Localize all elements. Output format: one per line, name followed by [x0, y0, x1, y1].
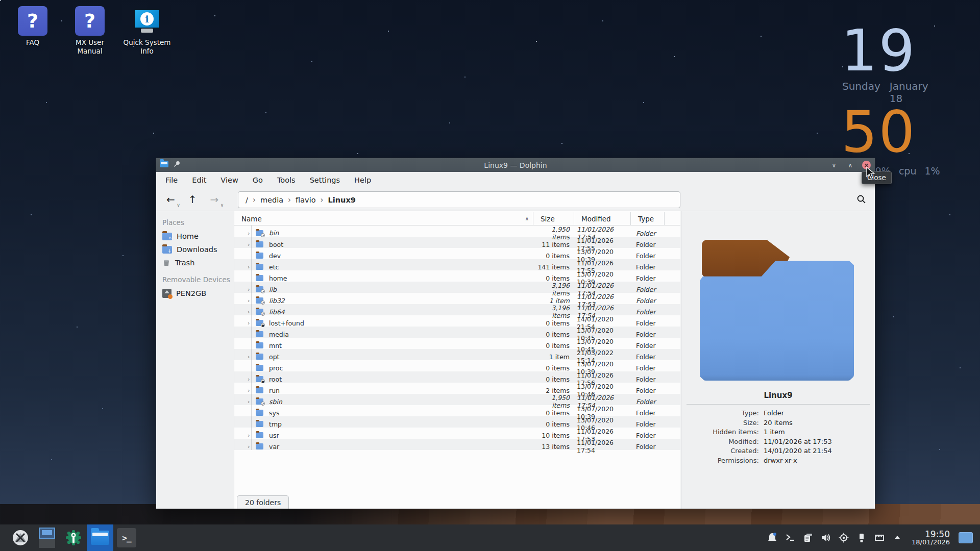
- desktop-icon-label: Quick System Info: [121, 38, 173, 56]
- up-button[interactable]: ↑: [185, 192, 200, 207]
- brightness-icon[interactable]: [837, 531, 850, 544]
- file-row[interactable]: ›↗sbin1,950 items11/01/2026 17:54Folder: [234, 394, 680, 405]
- mouse-cursor: [866, 167, 877, 180]
- file-row[interactable]: ›etc141 items11/01/2026 17:55Folder: [234, 259, 680, 270]
- terminal-launcher[interactable]: >_: [113, 524, 140, 551]
- expand-arrow-icon[interactable]: ›: [248, 320, 256, 327]
- file-row[interactable]: ›boot11 items11/01/2026 17:55Folder: [234, 237, 680, 248]
- chevron-right-icon: ›: [253, 195, 256, 205]
- column-header-type[interactable]: Type: [631, 212, 665, 225]
- column-header-name[interactable]: Name ∧: [234, 212, 533, 225]
- detail-label: Permissions:: [681, 457, 759, 464]
- forward-dropdown-icon[interactable]: ∨: [220, 203, 224, 208]
- titlebar[interactable]: Linux9 — Dolphin ∨ ∧ ×: [156, 158, 875, 172]
- desktop-icon-mx-user-manual[interactable]: ?MX User Manual: [61, 4, 118, 58]
- expand-arrow-icon[interactable]: ›: [248, 264, 256, 270]
- column-header-modified[interactable]: Modified: [574, 212, 631, 225]
- volume-icon[interactable]: [819, 531, 832, 544]
- tray-expand-icon[interactable]: [891, 531, 904, 544]
- expand-arrow-icon[interactable]: ›: [248, 398, 256, 405]
- file-row[interactable]: ›↗lib3,196 items11/01/2026 17:54Folder: [234, 282, 680, 293]
- forward-button[interactable]: →∨: [207, 192, 222, 207]
- expand-arrow-icon[interactable]: ›: [248, 241, 256, 248]
- show-desktop-button[interactable]: [959, 532, 973, 543]
- file-row[interactable]: ›↗bin1,950 items11/01/2026 17:54Folder: [234, 226, 680, 237]
- back-button[interactable]: ←∨: [163, 192, 178, 207]
- breadcrumb-segment[interactable]: media: [260, 196, 283, 204]
- mx-tools-button[interactable]: [60, 524, 87, 551]
- tray-clock[interactable]: 19:50 18/01/2026: [912, 530, 950, 546]
- desktop-icons: ?FAQ?MX User ManualiQuick System Info: [4, 4, 176, 58]
- menu-settings[interactable]: Settings: [303, 174, 347, 186]
- expand-arrow-icon[interactable]: ›: [248, 443, 256, 450]
- desktop-icon-quick-system-info[interactable]: iQuick System Info: [118, 4, 176, 58]
- breadcrumb-root[interactable]: /: [246, 196, 248, 204]
- preview-title: Linux9: [681, 391, 875, 400]
- expand-arrow-icon[interactable]: ›: [248, 387, 256, 394]
- file-row[interactable]: sys0 items13/07/2020 10:39Folder: [234, 405, 680, 416]
- expand-arrow-icon[interactable]: ›: [248, 297, 256, 304]
- menu-edit[interactable]: Edit: [185, 174, 213, 186]
- expand-arrow-icon[interactable]: ›: [248, 354, 256, 360]
- mx-menu-button[interactable]: [7, 524, 34, 551]
- expand-arrow-icon[interactable]: ›: [248, 309, 256, 315]
- back-dropdown-icon[interactable]: ∨: [177, 203, 180, 208]
- maximize-button[interactable]: ∧: [846, 161, 855, 170]
- menu-file[interactable]: File: [158, 174, 185, 186]
- file-row[interactable]: proc0 items13/07/2020 10:39Folder: [234, 360, 680, 371]
- symlink-emblem-icon: ↗: [261, 402, 265, 406]
- tray-terminal-icon[interactable]: [783, 531, 797, 544]
- file-row[interactable]: ›opt1 item21/03/2022 15:14Folder: [234, 349, 680, 360]
- file-size: 0 items: [533, 331, 574, 338]
- file-row[interactable]: ›●lost+found0 items14/01/2020 21:54Folde…: [234, 315, 680, 327]
- tray-date: 18/01/2026: [912, 539, 950, 546]
- file-row[interactable]: tmp0 items13/07/2020 10:46Folder: [234, 416, 680, 428]
- file-row[interactable]: home0 items13/07/2020 10:39Folder: [234, 270, 680, 282]
- places-header: Places: [156, 216, 234, 230]
- folder-icon: [256, 342, 263, 348]
- chevron-right-icon: ›: [321, 195, 324, 205]
- desktop-icon-faq[interactable]: ?FAQ: [4, 4, 61, 58]
- file-row[interactable]: ›↗lib321 item11/01/2026 17:53Folder: [234, 293, 680, 304]
- file-row[interactable]: dev0 items13/07/2020 10:39Folder: [234, 248, 680, 259]
- sidebar-item-downloads[interactable]: ↓Downloads: [156, 243, 234, 256]
- file-row[interactable]: media0 items13/07/2020 10:45Folder: [234, 327, 680, 338]
- help-icon: ?: [75, 6, 105, 36]
- workspace-pager[interactable]: [34, 524, 60, 551]
- file-size: 1,950 items: [533, 394, 574, 409]
- dolphin-task-button[interactable]: [87, 524, 113, 551]
- menu-tools[interactable]: Tools: [270, 174, 303, 186]
- menu-go[interactable]: Go: [246, 174, 270, 186]
- sidebar-device-label: PEN2GB: [176, 289, 206, 297]
- breadcrumb-segment[interactable]: flavio: [296, 196, 316, 204]
- file-row[interactable]: ›usr10 items11/01/2026 17:53Folder: [234, 428, 680, 439]
- menu-view[interactable]: View: [213, 174, 245, 186]
- file-row[interactable]: ›run2 items13/07/2020 10:46Folder: [234, 383, 680, 394]
- sidebar-item-trash[interactable]: Trash: [156, 256, 234, 269]
- expand-arrow-icon[interactable]: ›: [248, 376, 256, 383]
- file-size: 0 items: [533, 420, 574, 428]
- file-row[interactable]: ›var13 items11/01/2026 17:54Folder: [234, 439, 680, 450]
- notifications-icon[interactable]: [766, 531, 779, 544]
- column-header-size[interactable]: Size: [533, 212, 574, 225]
- clipboard-icon[interactable]: [801, 531, 815, 544]
- search-icon[interactable]: [855, 193, 868, 206]
- minimize-button[interactable]: ∨: [829, 161, 839, 170]
- pin-icon[interactable]: [173, 160, 181, 168]
- file-row[interactable]: ›●root0 items11/01/2026 17:56Folder: [234, 371, 680, 383]
- file-type: Folder: [630, 420, 680, 428]
- usb-device-icon[interactable]: [855, 531, 868, 544]
- file-row[interactable]: mnt0 items13/07/2020 10:45Folder: [234, 338, 680, 349]
- sidebar-item-home[interactable]: ⌂Home: [156, 230, 234, 243]
- breadcrumb-segment[interactable]: Linux9: [328, 196, 356, 204]
- expand-arrow-icon[interactable]: ›: [248, 230, 256, 237]
- network-icon[interactable]: [873, 531, 886, 544]
- file-row[interactable]: ›↗lib643,196 items11/01/2026 17:54Folder: [234, 304, 680, 315]
- menu-help[interactable]: Help: [347, 174, 378, 186]
- file-type: Folder: [630, 297, 680, 305]
- folder-icon: ↗: [256, 286, 263, 292]
- expand-arrow-icon[interactable]: ›: [248, 286, 256, 293]
- expand-arrow-icon[interactable]: ›: [248, 432, 256, 439]
- breadcrumb[interactable]: /›media›flavio›Linux9: [238, 191, 680, 208]
- sidebar-device-pen2gb[interactable]: PEN2GB: [156, 287, 234, 300]
